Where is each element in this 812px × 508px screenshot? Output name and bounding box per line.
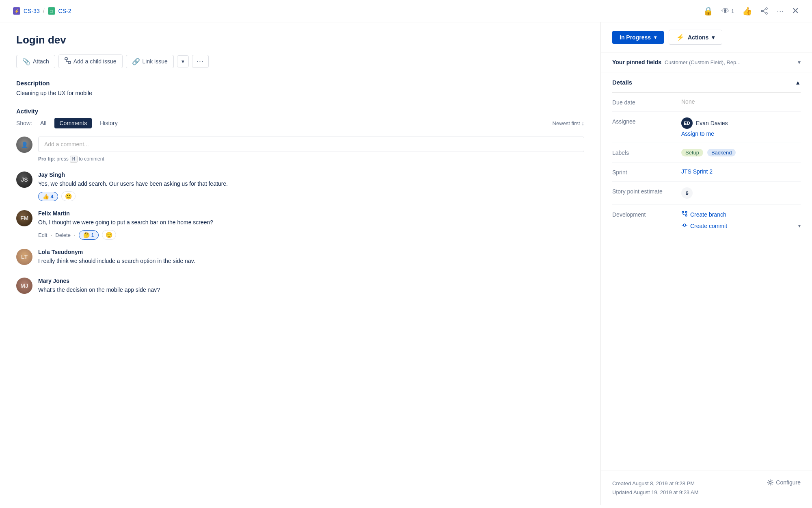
story-point-key: Story point estimate xyxy=(612,187,673,195)
top-bar-actions: 🔒 👁 1 👍 ··· ✕ xyxy=(703,6,799,16)
attach-icon: 📎 xyxy=(22,58,30,65)
main-layout: Login dev 📎 Attach Add a child issue 🔗 xyxy=(0,22,812,505)
created-label: Created August 8, 2019 at 9:28 PM xyxy=(612,479,699,488)
create-branch-link[interactable]: Create branch xyxy=(681,211,801,219)
comment-jay: JS Jay Singh Yes, we should add search. … xyxy=(16,172,584,201)
show-label: Show: xyxy=(16,120,32,126)
mary-comment-content: Mary Jones What's the decision on the mo… xyxy=(38,278,584,297)
felix-author: Felix Martin xyxy=(38,210,584,217)
tab-history[interactable]: History xyxy=(95,118,123,128)
labels-row: Labels Setup Backend xyxy=(612,143,801,163)
svg-point-0 xyxy=(766,8,767,9)
actions-button[interactable]: ⚡ Actions ▾ xyxy=(669,30,722,45)
comment-input[interactable]: Add a comment... xyxy=(38,137,584,152)
actions-chevron-icon: ▾ xyxy=(712,34,715,41)
sort-icon: ↕ xyxy=(582,120,585,126)
lock-icon[interactable]: 🔒 xyxy=(703,6,713,16)
thumbsup-icon[interactable]: 👍 xyxy=(742,6,752,16)
in-progress-button[interactable]: In Progress ▾ xyxy=(612,31,664,44)
story-point-badge[interactable]: 6 xyxy=(681,187,693,199)
link-issue-button[interactable]: 🔗 Link issue xyxy=(126,55,174,68)
cs2-link[interactable]: CS-2 xyxy=(58,8,71,14)
pro-tip: Pro tip: press M to comment xyxy=(38,156,584,162)
svg-point-7 xyxy=(682,211,684,213)
create-branch-label: Create branch xyxy=(690,211,726,218)
pinned-label: Your pinned fields xyxy=(612,59,661,65)
left-panel: Login dev 📎 Attach Add a child issue 🔗 xyxy=(0,22,601,505)
story-point-row: Story point estimate 6 xyxy=(612,182,801,205)
mary-author: Mary Jones xyxy=(38,278,584,284)
felix-comment-actions: Edit · Delete · 🤔 1 🙂 xyxy=(38,230,584,240)
sort-label: Newest first xyxy=(553,120,580,126)
footer-actions-row: Created August 8, 2019 at 9:28 PM Update… xyxy=(612,479,801,497)
assignee-initials: ED xyxy=(684,121,690,126)
pinned-fields-row[interactable]: Your pinned fields Customer (Custom Fiel… xyxy=(601,52,812,72)
watch-icon[interactable]: 👁 1 xyxy=(721,7,734,16)
mary-avatar: MJ xyxy=(16,278,32,294)
status-bar: In Progress ▾ ⚡ Actions ▾ xyxy=(601,22,812,52)
felix-edit-link[interactable]: Edit xyxy=(38,232,47,238)
assignee-row: Assignee ED Evan Davies Assign to me xyxy=(612,112,801,143)
watch-count: 1 xyxy=(731,8,734,14)
felix-emoji-picker[interactable]: 🙂 xyxy=(102,230,116,240)
toolbar-more-button[interactable]: ··· xyxy=(192,55,209,68)
lola-comment-content: Lola Tseudonym I really think we should … xyxy=(38,249,584,269)
more-icon[interactable]: ··· xyxy=(777,7,784,16)
labels-val: Setup Backend xyxy=(681,149,801,156)
svg-rect-5 xyxy=(65,58,67,60)
add-child-issue-button[interactable]: Add a child issue xyxy=(58,54,123,68)
status-chevron-icon: ▾ xyxy=(654,35,657,40)
lola-author: Lola Tseudonym xyxy=(38,249,584,255)
tab-comments[interactable]: Comments xyxy=(54,118,92,128)
top-bar: ⚡ CS-33 / □ CS-2 🔒 👁 1 👍 ··· ✕ xyxy=(0,0,812,22)
assign-to-me-link[interactable]: Assign to me xyxy=(681,130,801,137)
felix-delete-link[interactable]: Delete xyxy=(55,232,71,238)
pinned-chevron-icon[interactable]: ▾ xyxy=(798,59,801,65)
footer-meta: Created August 8, 2019 at 9:28 PM Update… xyxy=(612,479,699,497)
configure-gear-icon xyxy=(767,479,773,486)
sprint-key: Sprint xyxy=(612,168,673,176)
jay-thumbsup-reaction[interactable]: 👍 4 xyxy=(38,192,58,201)
svg-line-3 xyxy=(763,9,766,11)
cs33-link[interactable]: CS-33 xyxy=(24,8,40,14)
svg-point-9 xyxy=(685,211,687,213)
details-header[interactable]: Details ▲ xyxy=(612,72,801,93)
commit-icon xyxy=(681,222,688,230)
svg-line-4 xyxy=(763,11,766,13)
label-setup[interactable]: Setup xyxy=(681,149,703,156)
show-bar: Show: All Comments History Newest first … xyxy=(16,118,584,128)
felix-comment-content: Felix Martin Oh, I thought we were going… xyxy=(38,210,584,240)
toolbar-dropdown-button[interactable]: ▾ xyxy=(177,55,189,67)
create-commit-row[interactable]: Create commit ▾ xyxy=(681,222,801,230)
felix-thinking-reaction[interactable]: 🤔 1 xyxy=(79,230,99,240)
link-label: Link issue xyxy=(143,58,168,65)
svg-rect-6 xyxy=(68,61,71,63)
link-icon: 🔗 xyxy=(132,58,140,65)
felix-comment-text: Oh, I thought we were going to put a sea… xyxy=(38,218,584,227)
panel-footer: Created August 8, 2019 at 9:28 PM Update… xyxy=(601,471,812,505)
svg-point-1 xyxy=(766,13,767,14)
child-issue-icon xyxy=(65,57,71,65)
tab-all[interactable]: All xyxy=(35,118,52,128)
development-key: Development xyxy=(612,211,673,218)
due-date-val[interactable]: None xyxy=(681,98,801,105)
updated-label: Updated August 19, 2019 at 9:23 AM xyxy=(612,488,699,497)
labels-key: Labels xyxy=(612,149,673,156)
assignee-name-row: ED Evan Davies xyxy=(681,117,801,129)
close-button[interactable]: ✕ xyxy=(792,6,799,16)
attach-button[interactable]: 📎 Attach xyxy=(16,55,55,68)
share-icon[interactable] xyxy=(760,7,769,15)
activity-title: Activity xyxy=(16,108,584,115)
comment-input-row: 👤 Add a comment... xyxy=(16,137,584,153)
assignee-name: Evan Davies xyxy=(696,120,728,126)
right-panel: In Progress ▾ ⚡ Actions ▾ Your pinned fi… xyxy=(601,22,812,505)
assignee-key: Assignee xyxy=(612,117,673,125)
comment-lola: LT Lola Tseudonym I really think we shou… xyxy=(16,249,584,269)
cs33-icon: ⚡ xyxy=(13,7,20,15)
label-backend[interactable]: Backend xyxy=(707,149,736,156)
comment-felix: FM Felix Martin Oh, I thought we were go… xyxy=(16,210,584,240)
sprint-val[interactable]: JTS Sprint 2 xyxy=(681,168,801,175)
sort-order[interactable]: Newest first ↕ xyxy=(553,120,584,126)
configure-link[interactable]: Configure xyxy=(767,479,801,486)
jay-emoji-picker[interactable]: 🙂 xyxy=(61,191,76,201)
